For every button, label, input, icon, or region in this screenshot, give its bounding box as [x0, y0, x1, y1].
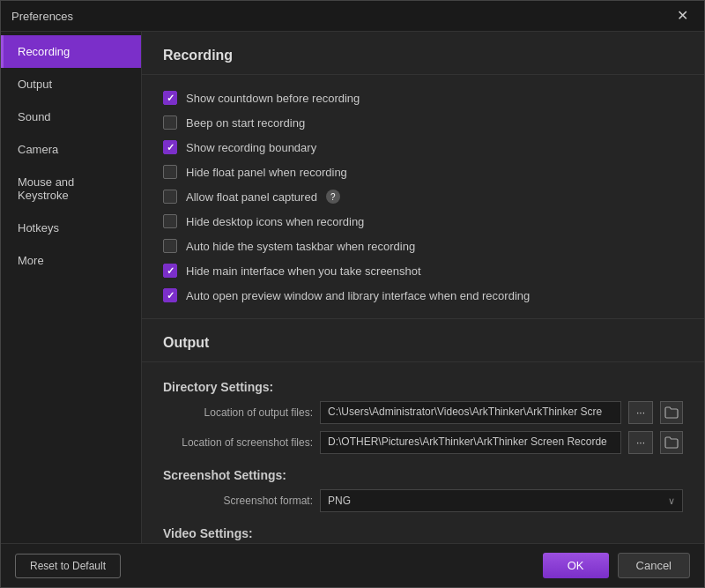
checkbox-hide-desktop-label: Hide desktop icons when recording	[186, 215, 364, 228]
screenshot-format-select[interactable]: PNG ∨	[320, 489, 683, 512]
titlebar: Preferences ✕	[1, 1, 704, 32]
help-icon[interactable]: ?	[326, 190, 340, 204]
checkbox-auto-hide-taskbar-label: Auto hide the system taskbar when record…	[186, 240, 415, 253]
checkbox-countdown-label: Show countdown before recording	[186, 92, 360, 105]
checkbox-hide-main-box[interactable]	[163, 264, 177, 278]
screenshot-files-label: Location of screenshot files:	[163, 436, 313, 449]
cancel-button[interactable]: Cancel	[618, 553, 690, 578]
sidebar: Recording Output Sound Camera Mouse and …	[1, 32, 142, 543]
sidebar-item-camera[interactable]: Camera	[1, 133, 141, 166]
output-options: Directory Settings: Location of output f…	[142, 362, 704, 543]
checkbox-allow-float-label: Allow float panel captured	[186, 190, 317, 204]
dialog-body: Recording Output Sound Camera Mouse and …	[1, 32, 704, 543]
folder-icon-2	[664, 436, 679, 449]
sidebar-item-hotkeys[interactable]: Hotkeys	[1, 212, 141, 244]
sidebar-item-more[interactable]: More	[1, 244, 141, 277]
checkbox-hide-main-label: Hide main interface when you take screen…	[186, 264, 421, 278]
checkbox-hide-main: Hide main interface when you take screen…	[163, 258, 683, 283]
output-files-folder-button[interactable]	[660, 401, 683, 424]
checkbox-countdown-box[interactable]	[163, 91, 177, 105]
folder-icon	[664, 406, 679, 419]
screenshot-format-row: Screenshot format: PNG ∨	[163, 489, 683, 512]
screenshot-format-value: PNG	[328, 495, 351, 507]
checkbox-auto-open-preview: Auto open preview window and library int…	[163, 283, 683, 308]
footer: Reset to Default OK Cancel	[1, 543, 704, 587]
checkbox-boundary: Show recording boundary	[163, 135, 683, 160]
recording-options: Show countdown before recording Beep on …	[142, 75, 704, 318]
checkbox-auto-open-preview-label: Auto open preview window and library int…	[186, 289, 530, 302]
screenshot-files-row: Location of screenshot files: D:\OTHER\P…	[163, 431, 683, 454]
output-files-row: Location of output files: C:\Users\Admin…	[163, 401, 683, 424]
screenshot-format-label: Screenshot format:	[163, 495, 313, 507]
checkbox-beep-label: Beep on start recording	[186, 116, 305, 130]
directory-settings-title: Directory Settings:	[163, 380, 683, 394]
sidebar-item-mouse-keystroke[interactable]: Mouse and Keystroke	[1, 166, 141, 212]
output-files-dots-button[interactable]: ···	[628, 401, 653, 424]
reset-button[interactable]: Reset to Default	[15, 554, 121, 578]
footer-actions: OK Cancel	[543, 553, 690, 578]
checkbox-auto-open-preview-box[interactable]	[163, 288, 177, 302]
sidebar-item-output[interactable]: Output	[1, 68, 141, 100]
screenshot-files-path[interactable]: D:\OTHER\Pictures\ArkThinker\ArkThinker …	[320, 431, 621, 454]
checkbox-auto-hide-taskbar: Auto hide the system taskbar when record…	[163, 234, 683, 258]
close-button[interactable]: ✕	[672, 7, 694, 25]
checkbox-allow-float-box[interactable]	[163, 190, 177, 204]
screenshot-files-dots-button[interactable]: ···	[628, 431, 653, 454]
checkbox-hide-desktop: Hide desktop icons when recording	[163, 209, 683, 234]
output-files-path[interactable]: C:\Users\Administrator\Videos\ArkThinker…	[320, 401, 621, 424]
checkbox-beep-box[interactable]	[163, 115, 177, 130]
checkbox-boundary-box[interactable]	[163, 140, 177, 154]
screenshot-format-chevron: ∨	[668, 495, 675, 507]
preferences-dialog: Preferences ✕ Recording Output Sound Cam…	[0, 0, 705, 588]
checkbox-auto-hide-taskbar-box[interactable]	[163, 239, 177, 253]
dialog-title: Preferences	[11, 10, 73, 23]
recording-section-title: Recording	[142, 32, 704, 75]
checkbox-hide-desktop-box[interactable]	[163, 214, 177, 228]
checkbox-allow-float: Allow float panel captured ?	[163, 184, 683, 209]
sidebar-item-recording[interactable]: Recording	[1, 35, 141, 68]
checkbox-hide-float-box[interactable]	[163, 165, 177, 179]
checkbox-boundary-label: Show recording boundary	[186, 141, 316, 154]
screenshot-files-folder-button[interactable]	[660, 431, 683, 454]
screenshot-settings-title: Screenshot Settings:	[163, 468, 683, 482]
checkbox-countdown: Show countdown before recording	[163, 86, 683, 110]
checkbox-beep: Beep on start recording	[163, 110, 683, 135]
sidebar-item-sound[interactable]: Sound	[1, 100, 141, 133]
ok-button[interactable]: OK	[543, 553, 609, 578]
content-area: Recording Show countdown before recordin…	[142, 32, 704, 543]
checkbox-hide-float: Hide float panel when recording	[163, 160, 683, 184]
video-settings-title: Video Settings:	[163, 526, 683, 540]
output-section-title: Output	[142, 319, 704, 362]
checkbox-hide-float-label: Hide float panel when recording	[186, 166, 347, 179]
output-files-label: Location of output files:	[163, 406, 313, 419]
